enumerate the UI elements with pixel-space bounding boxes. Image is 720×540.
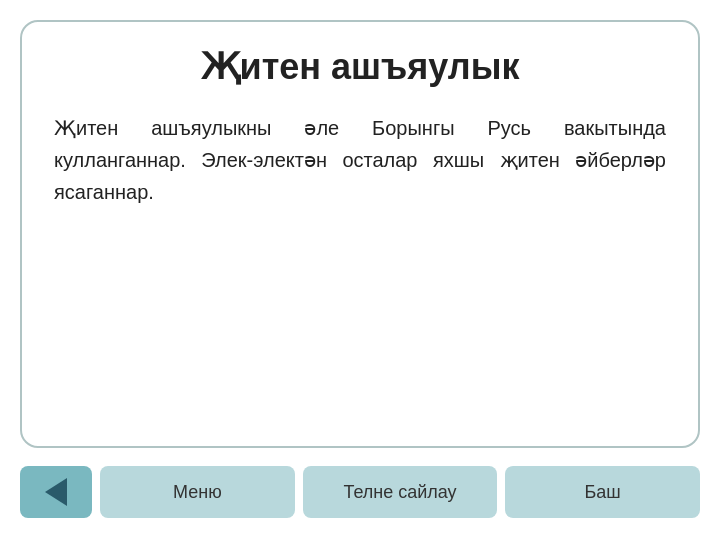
menu-button[interactable]: Меню (100, 466, 295, 518)
home-button[interactable]: Баш (505, 466, 700, 518)
content-card: Җитен ашъяулык Җитен ашъяулыкны әле Боры… (20, 20, 700, 448)
bottom-bar: Меню Телне сайлау Баш (20, 464, 700, 520)
back-arrow-icon (45, 478, 67, 506)
language-button[interactable]: Телне сайлау (303, 466, 498, 518)
card-body: Җитен ашъяулыкны әле Борынгы Русь вакыты… (54, 112, 666, 208)
card-title: Җитен ашъяулык (54, 46, 666, 88)
main-container: Җитен ашъяулык Җитен ашъяулыкны әле Боры… (20, 20, 700, 520)
back-button[interactable] (20, 466, 92, 518)
